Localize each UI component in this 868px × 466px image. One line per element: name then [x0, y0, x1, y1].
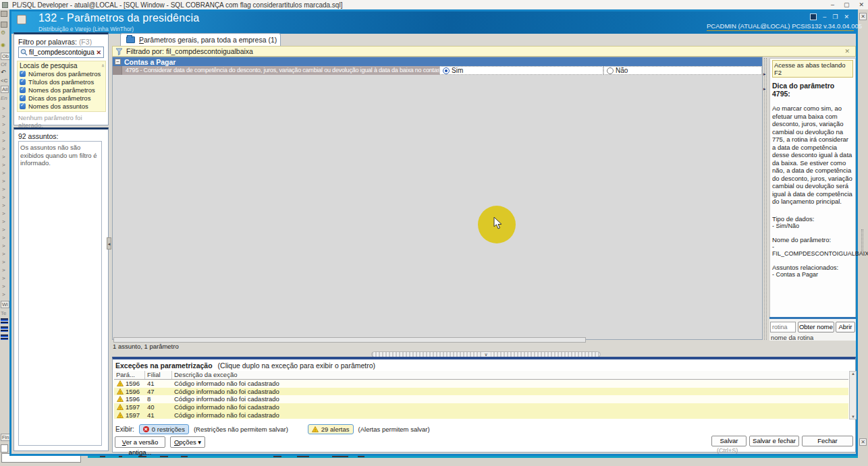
checkbox-param-hints[interactable]: Dicas dos parâmetros	[20, 94, 103, 102]
checkbox-param-titles[interactable]: Títulos dos parâmetros	[20, 78, 103, 86]
bg-scroll-groove	[861, 229, 863, 252]
warning-icon: !	[117, 396, 124, 402]
routine-box: Obter nome Abrir nome da rotina	[769, 317, 856, 341]
col-param[interactable]: Pará...	[114, 371, 145, 379]
gear-icon: ⚙	[1, 30, 5, 36]
section-header-contas-a-pagar[interactable]: − Contas a Pagar	[113, 57, 762, 66]
os-close-icon[interactable]: ✕	[859, 1, 864, 8]
no-change-status: Nenhum parâmetro foi alterado.	[18, 114, 108, 129]
clear-search-icon[interactable]: ✕	[96, 49, 103, 56]
radio-selected-icon[interactable]	[443, 67, 450, 74]
window-close-icon[interactable]: ✕	[844, 13, 849, 20]
window-restore-icon[interactable]	[810, 13, 817, 20]
filtered-by-text: Filtrado por: fil_compdescontoigualbaixa	[126, 47, 253, 55]
f2-tip-banner: Acesse as abas teclando F2	[772, 60, 853, 78]
checkbox-checked-icon[interactable]	[20, 103, 26, 109]
filter-label: Filtro por palavras: (F3)	[18, 38, 92, 46]
filter-panel: Filtro por palavras: (F3) ✕ Locais de pe…	[13, 32, 109, 125]
restrictions-filter-button[interactable]: ✕ 0 restrições	[139, 424, 189, 434]
section-title: Contas a Pagar	[124, 58, 175, 66]
radio-unselected-icon[interactable]	[607, 67, 614, 74]
related-subjects-label: Assuntos relacionados:	[772, 264, 853, 271]
search-box: ✕	[18, 47, 104, 58]
exceptions-subtitle: (Clique duplo na exceção para exibir o p…	[218, 361, 375, 370]
bg-fragment-all: All	[1, 86, 9, 93]
exception-row[interactable]: ! 1596 47 Código informado não foi cadas…	[114, 388, 848, 396]
bg-fragment-of: Of	[1, 61, 6, 67]
undo-icon: ↶	[1, 69, 6, 76]
bg-fragment-ob: Ob	[1, 53, 10, 60]
exceptions-header: Exceções na parametrização(Clique duplo …	[115, 361, 375, 370]
window-maximize-icon[interactable]: ❐	[832, 13, 838, 20]
subjects-list-box: Os assuntos não são exibidos quando um f…	[18, 141, 102, 446]
exception-row[interactable]: ! 1597 41 Código informado não foi cadas…	[114, 411, 848, 419]
parameters-area: − Contas a Pagar 4795 - Considerar data …	[112, 57, 763, 340]
checkbox-checked-icon[interactable]	[20, 79, 26, 85]
datatype-label: Tipo de dados:	[772, 215, 853, 223]
background-bottom-strip	[0, 456, 868, 466]
tab-strip-edge	[112, 33, 120, 46]
exception-row[interactable]: ! 1596 8 Código informado não foi cadast…	[114, 395, 848, 403]
search-places-box: Locais de pesquisa « Números dos parâmet…	[17, 61, 106, 112]
checkbox-subject-names[interactable]: Nomes dos assuntos	[20, 102, 103, 110]
checkbox-param-numbers[interactable]: Números dos parâmetros	[20, 69, 103, 78]
col-desc[interactable]: Descrição da exceção	[172, 371, 848, 379]
datatype-value: - Sim/Não	[772, 223, 853, 229]
radio-option-nao[interactable]: Não	[603, 66, 762, 75]
bg-close-icon[interactable]: ✕	[859, 13, 867, 20]
checkbox-param-names[interactable]: Nomes dos parâmetros	[20, 86, 103, 94]
save-button[interactable]: Salvar	[711, 436, 747, 446]
restrictions-note: (Restrições não permitem salvar)	[194, 426, 288, 433]
get-name-button[interactable]: Obter nome	[798, 322, 834, 332]
save-shortcut-hint: (Ctrl+S)	[717, 447, 738, 454]
splitter-chevron-icon[interactable]: ∨	[481, 352, 490, 357]
background-left-toolbar: ⚙ ◉ Ob Of ↶ <C All En >>>>>>>>>>>>>>>>>>…	[0, 9, 9, 456]
close-button[interactable]: Fechar	[802, 436, 853, 446]
exception-row[interactable]: ! 1597 40 Código informado não foi cadas…	[114, 403, 848, 411]
checkbox-checked-icon[interactable]	[20, 87, 26, 93]
bg-fragment-en: En	[1, 95, 7, 101]
exceptions-scrollbar[interactable]	[849, 371, 857, 419]
hint-title: Dica do parâmetro 4795:	[772, 82, 853, 98]
exceptions-table: Pará... Filial Descrição da exceção ! 15…	[114, 371, 848, 419]
routine-input[interactable]	[770, 322, 796, 332]
warning-icon: !	[117, 412, 124, 418]
exception-row[interactable]: ! 1596 41 Código informado não foi cadas…	[114, 380, 848, 388]
cursor-highlight	[478, 206, 516, 243]
col-filial[interactable]: Filial	[145, 371, 172, 379]
checkbox-checked-icon[interactable]	[20, 95, 26, 101]
plsql-app-icon	[2, 2, 8, 8]
os-minimize-icon[interactable]: ‒	[831, 1, 834, 8]
bg-blue-bars-icon	[1, 334, 8, 340]
alerts-filter-button[interactable]: ! 29 alertas	[308, 424, 354, 434]
routine-name-text: nome da rotina	[771, 334, 813, 341]
collapse-section-icon[interactable]: −	[115, 59, 121, 65]
tab-general-params[interactable]: Parâmetros gerais, para toda a empresa (…	[120, 33, 281, 46]
user-session-info: PCADMIN (ATUAL@LOCAL) PCSIS132 v.34.0.04…	[707, 22, 854, 31]
bg-icon	[1, 11, 7, 17]
horizontal-scroll-groove[interactable]	[113, 337, 586, 343]
subjects-count-label: 92 assuntos:	[18, 132, 59, 140]
filtered-by-bar: Filtrado por: fil_compdescontoigualbaixa…	[112, 46, 856, 57]
window-minimize-icon[interactable]: ‒	[823, 13, 826, 20]
mouse-cursor-icon	[493, 216, 504, 230]
parameter-description: 4795 - Considerar data de competência do…	[126, 67, 461, 74]
collapse-chevrons-icon[interactable]: «	[98, 64, 105, 67]
open-button[interactable]: Abrir	[836, 322, 855, 332]
filter-bar-close-icon[interactable]: ✕	[844, 48, 850, 55]
bg-fragment-c: <C	[1, 78, 7, 84]
search-input[interactable]	[28, 49, 96, 56]
sidebar-collapse-handle[interactable]: ◂	[107, 237, 111, 250]
bg-close-icon[interactable]: ✕	[859, 438, 867, 446]
radio-option-sim[interactable]: Sim	[439, 66, 603, 75]
tab-label: Parâmetros gerais, para toda a empresa (…	[139, 36, 277, 44]
bulb-icon: ◉	[1, 42, 5, 48]
save-and-close-button[interactable]: Salvar e fechar	[749, 436, 799, 446]
old-version-button[interactable]: Ver a versão antiga...	[115, 436, 165, 448]
bg-blue-bars-icon	[1, 318, 8, 324]
search-icon	[20, 49, 28, 56]
checkbox-checked-icon[interactable]	[20, 71, 26, 77]
os-maximize-icon[interactable]: ▢	[844, 1, 850, 8]
vertical-splitter[interactable]: ▸ ▸	[764, 58, 767, 340]
options-button[interactable]: Opções ▾	[170, 436, 205, 448]
